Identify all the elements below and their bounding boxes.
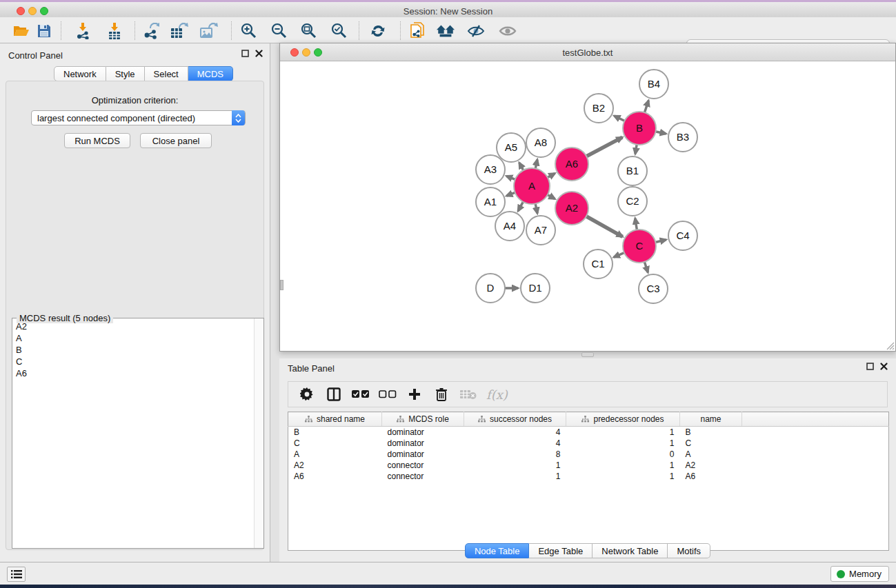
cell-mcds_role[interactable]: dominator [382,449,464,460]
hide-selected-icon[interactable] [466,23,486,39]
close-panel-button[interactable]: Close panel [140,133,212,148]
split-pane-handle[interactable] [581,352,594,357]
cell-mcds_role[interactable]: dominator [382,438,464,449]
column-header-MCDS-role[interactable]: MCDS role [382,412,464,427]
resize-grip-icon[interactable] [886,341,895,350]
zoom-fit-icon[interactable] [299,23,319,39]
add-column-icon[interactable] [406,385,424,403]
network-canvas[interactable]: B4B2BB3A5A8A6B1A3AC2A1A2A4A7C4CC1C3DD1 [280,61,895,351]
mcds-result-item[interactable]: C [13,356,253,367]
cell-shared_name[interactable]: A [288,449,382,460]
graph-node-B3[interactable]: B3 [668,123,697,152]
cell-successors[interactable]: 4 [464,438,566,449]
tab-edge-table[interactable]: Edge Table [529,543,593,558]
graph-node-A2[interactable]: A2 [555,192,588,225]
zoom-in-icon[interactable] [239,23,259,39]
cell-name[interactable]: B [680,427,742,438]
graph-node-A4[interactable]: A4 [495,212,524,241]
graph-node-D1[interactable]: D1 [521,274,550,303]
graph-node-B2[interactable]: B2 [584,94,613,123]
tab-mcds[interactable]: MCDS [188,66,233,81]
cell-shared_name[interactable]: C [288,438,382,449]
zoom-out-icon[interactable] [270,23,289,39]
canvas-vscroll-thumb[interactable] [280,280,283,290]
run-mcds-button[interactable]: Run MCDS [64,133,130,148]
mcds-result-item[interactable]: A6 [13,367,253,379]
cell-predecessors[interactable]: 1 [566,471,680,482]
float-panel-icon[interactable] [241,50,249,57]
tab-network-table[interactable]: Network Table [593,543,668,558]
graph-node-A[interactable]: A [514,168,550,204]
graph-node-A7[interactable]: A7 [526,216,555,245]
mcds-result-item[interactable]: A2 [13,321,253,332]
cell-name[interactable]: A6 [680,471,742,482]
graph-node-B[interactable]: B [623,112,656,145]
cell-predecessors[interactable]: 0 [566,449,680,460]
column-header-shared-name[interactable]: shared name [288,412,382,427]
graph-node-C2[interactable]: C2 [618,187,647,216]
save-icon[interactable] [34,23,54,39]
refresh-icon[interactable] [368,23,388,39]
cell-name[interactable]: C [680,438,742,449]
graph-node-C[interactable]: C [623,230,656,263]
graph-node-B4[interactable]: B4 [639,70,668,99]
tab-style[interactable]: Style [106,66,145,81]
close-panel-icon[interactable] [255,50,263,57]
table-settings-gear-icon[interactable] [298,385,316,403]
export-network-icon[interactable] [141,23,161,39]
column-header-predecessor-nodes[interactable]: predecessor nodes [566,412,680,427]
cell-mcds_role[interactable]: connector [382,460,464,471]
float-table-panel-icon[interactable] [866,363,874,370]
result-list-scrollbar[interactable] [254,318,263,548]
cell-name[interactable]: A2 [680,460,742,471]
cell-mcds_role[interactable]: connector [382,471,464,482]
cell-successors[interactable]: 4 [464,427,566,438]
delete-column-trash-icon[interactable] [432,385,450,403]
export-table-icon[interactable] [170,23,189,39]
cell-predecessors[interactable]: 1 [566,438,680,449]
import-table-icon[interactable] [105,23,124,39]
tab-node-table[interactable]: Node Table [465,543,530,558]
import-network-icon[interactable] [73,23,92,39]
graph-node-C3[interactable]: C3 [639,274,668,303]
cell-mcds_role[interactable]: dominator [382,427,464,438]
optimization-criterion-dropdown[interactable]: largest connected component (directed) [31,110,246,125]
network-graph[interactable]: B4B2BB3A5A8A6B1A3AC2A1A2A4A7C4CC1C3DD1 [280,61,895,351]
select-all-icon[interactable] [352,385,370,403]
cell-successors[interactable]: 1 [464,471,566,482]
cell-predecessors[interactable]: 1 [566,460,680,471]
graph-node-D[interactable]: D [476,274,505,303]
column-visibility-icon[interactable] [325,385,343,403]
tab-select[interactable]: Select [145,66,188,81]
memory-button[interactable]: Memory [830,566,889,582]
tab-motifs[interactable]: Motifs [668,543,710,558]
cell-shared_name[interactable]: B [288,427,382,438]
graph-node-A6[interactable]: A6 [555,148,588,181]
cell-successors[interactable]: 8 [464,449,566,460]
column-header-successor-nodes[interactable]: successor nodes [464,412,566,427]
close-table-panel-icon[interactable] [880,363,888,370]
cell-shared_name[interactable]: A2 [288,460,382,471]
export-image-icon[interactable] [199,23,219,39]
graph-node-A5[interactable]: A5 [497,133,526,162]
zoom-selected-icon[interactable] [330,23,349,39]
deselect-all-icon[interactable] [379,385,397,403]
tab-network[interactable]: Network [54,66,106,81]
task-history-button[interactable] [7,567,26,582]
graph-node-A8[interactable]: A8 [526,128,555,157]
graph-node-A3[interactable]: A3 [476,155,505,184]
cell-successors[interactable]: 1 [464,460,566,471]
graph-node-B1[interactable]: B1 [618,156,647,185]
open-folder-icon[interactable] [12,23,31,39]
cell-name[interactable]: A [680,449,742,460]
mcds-result-item[interactable]: B [13,344,253,356]
mcds-result-item[interactable]: A [13,332,253,344]
graph-node-C4[interactable]: C4 [668,221,697,250]
show-all-icon[interactable] [498,23,517,39]
home-icon[interactable] [436,23,455,39]
cell-predecessors[interactable]: 1 [566,427,680,438]
cell-shared_name[interactable]: A6 [288,471,382,482]
new-network-from-file-icon[interactable] [408,23,428,39]
graph-node-A1[interactable]: A1 [476,187,505,216]
column-header-name[interactable]: name [680,412,742,427]
